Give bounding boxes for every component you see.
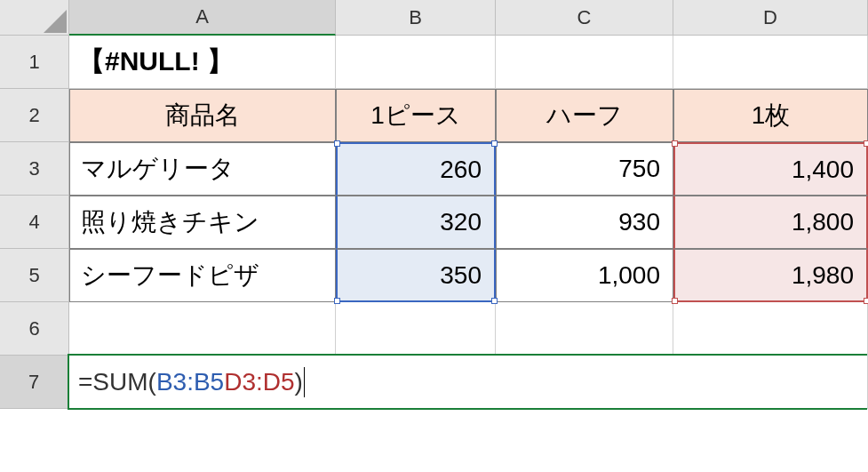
col-header-C[interactable]: C [496,0,673,36]
cell-D5[interactable]: 1,980 [673,249,868,302]
formula-text: =SUM( [78,368,156,396]
cell-value: 1,980 [792,261,854,290]
cell-D3[interactable]: 1,400 [673,142,868,196]
cell-B5[interactable]: 350 [336,249,496,302]
cell-A3[interactable]: マルゲリータ [69,142,336,196]
range-handle[interactable] [491,298,498,304]
col-header-D[interactable]: D [673,0,868,36]
cell-D1[interactable] [673,36,868,89]
range-handle[interactable] [864,298,868,304]
cell-C3[interactable]: 750 [496,142,673,196]
cell-A7-editing[interactable]: =SUM(B3:B5 D3:D5) [69,356,868,409]
row-header-1[interactable]: 1 [0,36,69,89]
cell-value: 350 [440,261,482,290]
formula-range-2: D3:D5 [224,368,294,396]
cell-A4[interactable]: 照り焼きチキン [69,196,336,249]
row-header-5[interactable]: 5 [0,249,69,302]
cell-C4[interactable]: 930 [496,196,673,249]
row-header-6[interactable]: 6 [0,302,69,356]
cell-A1[interactable]: 【#NULL! 】 [69,36,336,89]
cell-C6[interactable] [496,302,673,356]
range-handle[interactable] [672,140,678,147]
range-handle[interactable] [864,140,868,147]
cell-B4[interactable]: 320 [336,196,496,249]
cell-C5[interactable]: 1,000 [496,249,673,302]
text-caret [304,367,305,397]
cell-A6[interactable] [69,302,336,356]
formula-range-1: B3:B5 [156,368,224,396]
cell-B6[interactable] [336,302,496,356]
select-all-corner[interactable] [0,0,69,36]
col-header-B[interactable]: B [336,0,496,36]
cell-B1[interactable] [336,36,496,89]
row-header-2[interactable]: 2 [0,89,69,142]
range-handle[interactable] [334,298,340,304]
cell-C1[interactable] [496,36,673,89]
range-handle[interactable] [672,298,678,304]
row-header-3[interactable]: 3 [0,142,69,196]
range-handle[interactable] [491,140,498,147]
cell-C2[interactable]: ハーフ [496,89,673,142]
formula-suffix: ) [295,368,303,396]
col-header-A[interactable]: A [69,0,336,36]
cell-A5[interactable]: シーフードピザ [69,249,336,302]
spreadsheet-grid: A B C D 1 【#NULL! 】 2 商品名 1ピース ハーフ 1枚 3 … [0,0,868,409]
cell-B3[interactable]: 260 [336,142,496,196]
range-handle[interactable] [334,140,340,147]
cell-D2[interactable]: 1枚 [673,89,868,142]
cell-value: 1,400 [792,156,854,184]
cell-value: 260 [440,156,482,184]
cell-B2[interactable]: 1ピース [336,89,496,142]
row-header-7[interactable]: 7 [0,356,69,409]
row-header-4[interactable]: 4 [0,196,69,249]
cell-A2[interactable]: 商品名 [69,89,336,142]
cell-D6[interactable] [673,302,868,356]
cell-D4[interactable]: 1,800 [673,196,868,249]
